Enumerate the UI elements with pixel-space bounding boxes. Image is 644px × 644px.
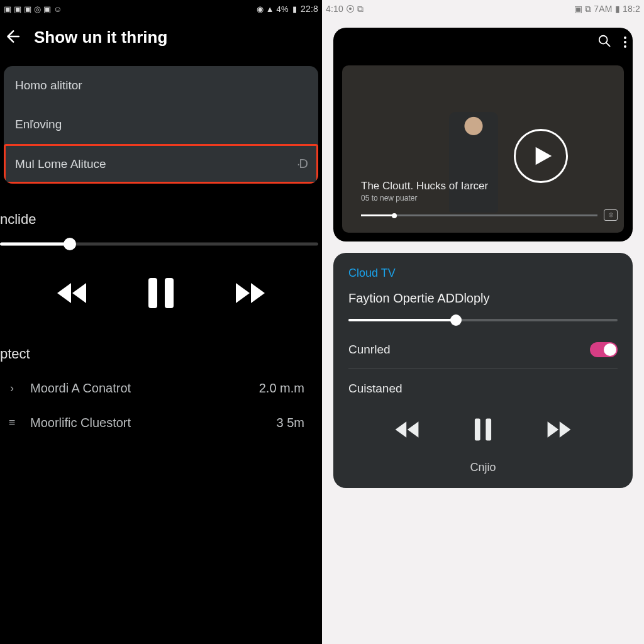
back-arrow-icon (4, 28, 20, 45)
toggle-label: Cunrled (348, 343, 391, 357)
toggle-switch[interactable] (590, 342, 618, 357)
option-row-2-selected[interactable]: Mul Lome Alituce ·D (4, 144, 318, 184)
play-icon (532, 145, 553, 167)
list-value-0: 2.0 m.m (259, 381, 318, 396)
control-panel: Cloud TV Faytion Opertie ADDloply Cunrle… (333, 253, 633, 488)
forward-icon (233, 280, 267, 306)
pause-button[interactable] (147, 277, 175, 312)
panel-rewind-button[interactable] (393, 419, 421, 442)
svg-rect-5 (486, 419, 491, 441)
rewind-button[interactable] (55, 280, 89, 308)
list-icon-1: ≡ (4, 416, 20, 430)
video-card: Doorl ≡ The Cloutt. Hucks of Iarcer 05 t… (333, 28, 633, 242)
status-bar-right: 4:10 ⦿ ⧉ ▣ ⧉ 7AM ▮ 18:2 (322, 0, 644, 18)
search-button[interactable] (597, 34, 611, 50)
transport-controls-right (348, 399, 618, 450)
list-icon-0: › (4, 382, 20, 395)
right-screen: 4:10 ⦿ ⧉ ▣ ⧉ 7AM ▮ 18:2 Doorl ≡ (322, 0, 644, 644)
option-row-0[interactable]: Homo alititor (4, 66, 318, 105)
left-screen: ▣ ▣ ▣ ◎ ▣ ☺ ◉ ▲ 4% ▮ 22:8 Show un it thr… (0, 0, 322, 644)
list-label-1: Moorlific Cluestort (30, 416, 131, 430)
transport-controls-left (0, 270, 322, 318)
video-subtitle: 05 to new puater (361, 194, 488, 203)
status-signal: ◉ ▲ 4% (257, 4, 289, 14)
svg-rect-0 (148, 278, 157, 308)
status-left-glyphs: ▣ ▣ ▣ ◎ ▣ ☺ (4, 4, 62, 14)
svg-point-2 (599, 36, 608, 44)
svg-line-3 (606, 43, 610, 47)
forward-icon (545, 419, 573, 440)
page-title: Show un it thring (34, 28, 167, 47)
rewind-icon (55, 280, 89, 306)
svg-rect-1 (165, 278, 174, 308)
list-label-0: Moordi A Conatrot (30, 381, 131, 396)
status-time-left: 22:8 (301, 4, 318, 14)
panel-forward-button[interactable] (545, 419, 573, 442)
volume-slider[interactable] (0, 236, 318, 252)
pause-icon (473, 417, 493, 442)
options-card: Homo alititor Enľoving Mul Lome Alituce … (4, 66, 318, 184)
toggle-row: Cunrled (348, 338, 618, 369)
panel-pause-button[interactable] (473, 417, 493, 445)
option-label: Mul Lome Alituce (15, 157, 106, 171)
pause-icon (147, 277, 175, 309)
list-value-1: 3 5m (277, 416, 318, 430)
status-bar-left: ▣ ▣ ▣ ◎ ▣ ☺ ◉ ▲ 4% ▮ 22:8 (0, 0, 322, 18)
panel-line-1: Faytion Opertie ADDloply (348, 291, 618, 306)
status-right-left: 4:10 ⦿ ⧉ (326, 4, 364, 14)
overflow-menu-button[interactable] (624, 36, 626, 48)
panel-footer[interactable]: Cnjio (348, 450, 618, 477)
list-row-1[interactable]: ≡ Moorlific Cluestort 3 5m (0, 406, 322, 440)
search-icon (597, 34, 611, 48)
cast-icon: ·D (297, 157, 307, 171)
video-thumbnail[interactable]: The Cloutt. Hucks of Iarcer 05 to new pu… (342, 65, 624, 233)
option-label: Homo alititor (15, 79, 82, 92)
status-battery-icon: ▮ (292, 4, 297, 14)
panel-slider[interactable] (348, 313, 618, 327)
captions-icon[interactable]: ⦾ (604, 209, 618, 221)
play-overlay-button[interactable] (514, 129, 568, 183)
slider-section-label: nclide (0, 211, 322, 228)
forward-button[interactable] (233, 280, 267, 308)
list-section-label: ptect (0, 346, 322, 362)
back-button[interactable] (4, 28, 20, 47)
option-row-1[interactable]: Enľoving (4, 105, 318, 144)
panel-line-2: Cuistaned (348, 369, 618, 399)
panel-brand: Cloud TV (348, 267, 618, 280)
svg-rect-4 (475, 419, 480, 441)
option-label: Enľoving (15, 118, 62, 131)
list-row-0[interactable]: › Moordi A Conatrot 2.0 m.m (0, 371, 322, 406)
video-title: The Cloutt. Hucks of Iarcer (361, 180, 488, 192)
rewind-icon (393, 419, 421, 440)
video-scrubber[interactable]: ⦾ (361, 214, 597, 216)
status-right-right: ▣ ⧉ 7AM ▮ 18:2 (574, 4, 640, 14)
